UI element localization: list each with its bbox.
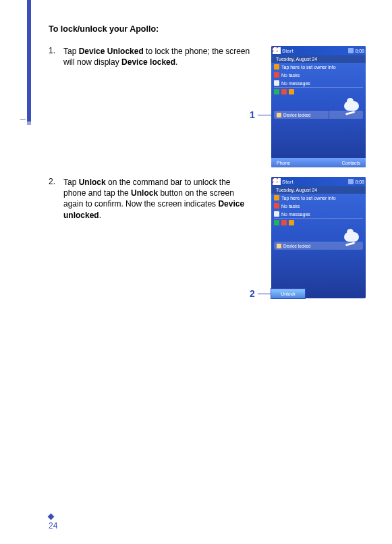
t: . xyxy=(175,57,177,67)
titlebar-text: Start xyxy=(282,180,347,184)
step-1-text: 1. Tap Device Unlocked to lock the phone… xyxy=(49,46,251,67)
step-2-figure: Start 8:08 Tuesday, August 24 Tap here t… xyxy=(251,177,372,298)
row-icon xyxy=(274,211,279,217)
callout-2-box xyxy=(271,288,306,299)
step-1-number: 1. xyxy=(49,46,63,67)
callout-1-box xyxy=(273,110,329,119)
row-icon xyxy=(274,80,279,86)
cloud-icon xyxy=(344,232,359,242)
row: Tap here to set owner info xyxy=(271,194,366,202)
section-title: To lock/unlock your Apollo: xyxy=(49,24,385,34)
row: No tasks xyxy=(271,71,366,79)
row-icon xyxy=(289,220,294,225)
clock-text: 8:08 xyxy=(355,49,364,53)
t: . xyxy=(99,211,101,220)
step-1: 1. Tap Device Unlocked to lock the phone… xyxy=(49,46,385,167)
row-icon xyxy=(274,64,279,70)
t: Tap xyxy=(63,47,79,56)
softkey-left: Phone xyxy=(277,161,290,165)
step-1-figure: Start 8:08 Tuesday, August 24 Tap here t… xyxy=(251,46,372,167)
row-icon xyxy=(274,203,279,209)
page-content: To lock/unlock your Apollo: 1. Tap Devic… xyxy=(49,0,385,544)
clock-text: 8:08 xyxy=(355,180,364,184)
step-2-body: Tap Unlock on the command bar to unlock … xyxy=(63,177,251,221)
signal-icon xyxy=(348,179,354,184)
page-number: 24 xyxy=(49,521,57,531)
step-2: 2. Tap Unlock on the command bar to unlo… xyxy=(49,177,385,298)
row-icon xyxy=(274,220,279,225)
row xyxy=(271,219,366,227)
command-bar: PhoneContacts xyxy=(271,158,366,167)
row: No messages xyxy=(271,79,366,87)
row-icon xyxy=(274,72,279,78)
footer-diamond-icon xyxy=(48,514,55,520)
row-icon xyxy=(274,89,279,94)
phone-screenshot-1: Start 8:08 Tuesday, August 24 Tap here t… xyxy=(271,46,366,167)
screenshot-titlebar: Start 8:08 xyxy=(271,177,366,186)
cloud-icon xyxy=(344,101,359,111)
step-2-number: 2. xyxy=(49,177,63,221)
date-line: Tuesday, August 24 xyxy=(271,186,366,194)
row-icon xyxy=(281,89,287,94)
titlebar-text: Start xyxy=(282,49,347,53)
t: Tap xyxy=(63,178,79,187)
start-flag-icon xyxy=(273,47,281,54)
softkey-right: Contacts xyxy=(341,161,360,165)
callout-2-line xyxy=(258,294,271,294)
date-line: Tuesday, August 24 xyxy=(271,55,366,63)
row: Tap here to set owner info xyxy=(271,63,366,71)
row: No tasks xyxy=(271,202,366,210)
row-icon xyxy=(274,195,279,200)
t: Unlock xyxy=(79,178,106,187)
screenshot-titlebar: Start 8:08 xyxy=(271,46,366,55)
side-tick xyxy=(20,119,26,120)
t: Device locked xyxy=(121,57,175,67)
callout-2-number: 2 xyxy=(250,288,255,299)
row-icon xyxy=(289,89,294,94)
row: No messages xyxy=(271,210,366,218)
start-flag-icon xyxy=(273,178,281,185)
t: Unlock xyxy=(131,188,158,198)
step-2-text: 2. Tap Unlock on the command bar to unlo… xyxy=(49,177,251,221)
t: Device Unlocked xyxy=(79,47,144,56)
side-rule xyxy=(27,0,31,125)
page-footer: 24 xyxy=(49,514,57,531)
row-icon xyxy=(281,220,287,225)
callout-1-line xyxy=(258,115,271,115)
weather-area xyxy=(271,227,366,247)
callout-1-number: 1 xyxy=(250,109,255,120)
phone-screenshot-2: Start 8:08 Tuesday, August 24 Tap here t… xyxy=(271,177,366,298)
signal-icon xyxy=(348,48,354,53)
row xyxy=(271,88,366,96)
step-1-body: Tap Device Unlocked to lock the phone; t… xyxy=(63,46,251,67)
